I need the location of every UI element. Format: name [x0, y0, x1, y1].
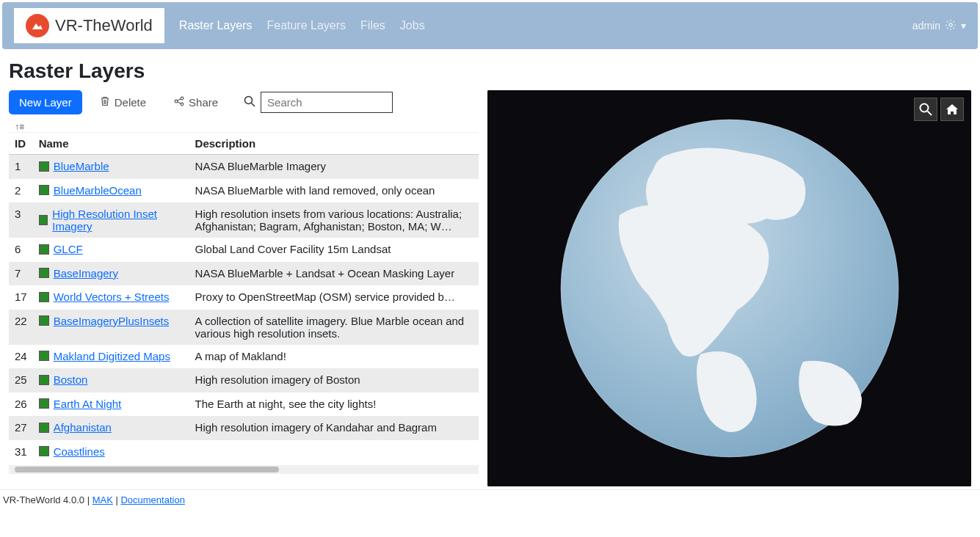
svg-point-0	[949, 23, 952, 26]
layer-link[interactable]: Makland Digitized Maps	[54, 350, 170, 362]
cell-name: Coastlines	[33, 440, 189, 464]
cell-description: High resolution insets from various loca…	[189, 202, 479, 238]
svg-point-3	[181, 103, 184, 106]
layer-link[interactable]: BlueMarbleOcean	[54, 184, 142, 197]
search-wrap	[243, 92, 393, 113]
cell-description: A collection of satellite imagery. Blue …	[189, 310, 479, 345]
cell-description: NASA BlueMarble + Landsat + Ocean Maskin…	[189, 262, 479, 286]
svg-point-4	[245, 97, 253, 104]
table-row[interactable]: 7BaseImageryNASA BlueMarble + Landsat + …	[9, 262, 479, 286]
layer-icon	[39, 244, 49, 255]
layer-icon	[39, 446, 49, 456]
globe	[553, 112, 906, 464]
left-panel: New Layer Delete Share ↑≡ ID Name	[9, 90, 479, 486]
page-title: Raster Layers	[9, 59, 971, 83]
horizontal-scrollbar[interactable]	[9, 465, 479, 474]
layer-link[interactable]: World Vectors + Streets	[54, 291, 170, 303]
cell-name: GLCF	[33, 238, 189, 262]
cell-name: BaseImagery	[33, 262, 189, 286]
share-button[interactable]: Share	[164, 90, 228, 114]
cell-name: BaseImageryPlusInsets	[33, 310, 189, 345]
new-layer-button[interactable]: New Layer	[9, 90, 82, 114]
cell-description: A map of Makland!	[189, 345, 479, 369]
col-id[interactable]: ID	[9, 133, 33, 155]
nav-raster-layers[interactable]: Raster Layers	[179, 19, 253, 32]
cell-id: 22	[9, 310, 33, 345]
trash-icon	[100, 96, 110, 109]
layer-link[interactable]: High Resolution Inset Imagery	[52, 208, 183, 233]
table-row[interactable]: 27AfghanistanHigh resolution imagery of …	[9, 416, 479, 440]
nav-feature-layers[interactable]: Feature Layers	[266, 19, 346, 32]
cell-description: High resolution imagery of Boston	[189, 368, 479, 392]
layer-icon	[39, 315, 49, 326]
brand: VR-TheWorld	[14, 8, 164, 43]
cell-id: 2	[9, 179, 33, 203]
table-wrap[interactable]: ID Name Description 1BlueMarbleNASA Blue…	[9, 132, 479, 464]
cell-id: 6	[9, 238, 33, 262]
col-description[interactable]: Description	[189, 133, 479, 155]
table-row[interactable]: 6GLCFGlobal Land Cover Facility 15m Land…	[9, 238, 479, 262]
sort-icon[interactable]: ↑≡	[9, 119, 479, 132]
nav-files[interactable]: Files	[360, 19, 385, 32]
cell-name: Boston	[33, 368, 189, 392]
footer-mak-link[interactable]: MAK	[92, 494, 113, 505]
footer: VR-TheWorld 4.0.0 | MAK | Documentation	[0, 489, 980, 510]
delete-label: Delete	[115, 96, 146, 109]
layers-table: ID Name Description 1BlueMarbleNASA Blue…	[9, 133, 479, 464]
cell-id: 31	[9, 440, 33, 464]
cell-name: BlueMarbleOcean	[33, 179, 189, 203]
cell-name: High Resolution Inset Imagery	[33, 202, 189, 238]
main-content: New Layer Delete Share ↑≡ ID Name	[0, 90, 980, 486]
layer-icon	[39, 375, 49, 385]
layer-link[interactable]: Afghanistan	[54, 421, 112, 434]
nav-jobs[interactable]: Jobs	[400, 19, 425, 32]
svg-point-1	[181, 97, 184, 100]
table-row[interactable]: 2BlueMarbleOceanNASA BlueMarble with lan…	[9, 179, 479, 203]
table-row[interactable]: 17World Vectors + StreetsProxy to OpenSt…	[9, 285, 479, 310]
cell-name: BlueMarble	[33, 155, 189, 179]
layer-link[interactable]: Earth At Night	[54, 398, 122, 410]
user-name: admin	[912, 20, 940, 32]
layer-link[interactable]: BaseImagery	[54, 267, 118, 280]
layer-link[interactable]: BaseImageryPlusInsets	[54, 315, 170, 327]
table-row[interactable]: 3High Resolution Inset ImageryHigh resol…	[9, 202, 479, 238]
table-row[interactable]: 25BostonHigh resolution imagery of Bosto…	[9, 368, 479, 392]
cell-id: 17	[9, 285, 33, 310]
gear-icon	[945, 19, 957, 33]
top-navbar: VR-TheWorld Raster Layers Feature Layers…	[2, 2, 978, 49]
table-row[interactable]: 22BaseImageryPlusInsetsA collection of s…	[9, 310, 479, 345]
delete-button[interactable]: Delete	[90, 90, 156, 114]
globe-viewer[interactable]	[487, 90, 971, 486]
layer-link[interactable]: BlueMarble	[54, 160, 109, 172]
cell-id: 25	[9, 368, 33, 392]
cell-description: NASA BlueMarble Imagery	[189, 155, 479, 179]
cell-description: Global Land Cover Facility 15m Landsat	[189, 238, 479, 262]
layer-icon	[39, 423, 49, 433]
globe-search-button[interactable]	[914, 98, 937, 121]
footer-doc-link[interactable]: Documentation	[120, 494, 184, 505]
cell-id: 3	[9, 202, 33, 238]
layer-link[interactable]: Boston	[54, 373, 88, 386]
table-row[interactable]: 26Earth At NightThe Earth at night, see …	[9, 392, 479, 417]
cell-description: The Earth at night, see the city lights!	[189, 392, 479, 417]
search-icon	[243, 95, 256, 110]
search-input[interactable]	[261, 92, 393, 113]
cell-id: 1	[9, 155, 33, 179]
chevron-down-icon: ▾	[961, 20, 966, 32]
share-label: Share	[189, 96, 218, 109]
col-name[interactable]: Name	[33, 133, 189, 155]
table-row[interactable]: 1BlueMarbleNASA BlueMarble Imagery	[9, 155, 479, 179]
layer-link[interactable]: GLCF	[54, 243, 83, 255]
layer-icon	[39, 161, 49, 172]
layer-link[interactable]: Coastlines	[54, 445, 105, 458]
cell-description: Proxy to OpenStreetMap (OSM) service pro…	[189, 285, 479, 310]
table-row[interactable]: 31Coastlines	[9, 440, 479, 464]
cell-name: Makland Digitized Maps	[33, 345, 189, 369]
globe-home-button[interactable]	[940, 98, 964, 121]
cell-description: High resolution imagery of Kandahar and …	[189, 416, 479, 440]
table-row[interactable]: 24Makland Digitized MapsA map of Makland…	[9, 345, 479, 369]
cell-description	[189, 440, 479, 464]
user-menu[interactable]: admin ▾	[912, 19, 966, 33]
svg-point-2	[175, 100, 178, 103]
toolbar: New Layer Delete Share	[9, 90, 479, 114]
